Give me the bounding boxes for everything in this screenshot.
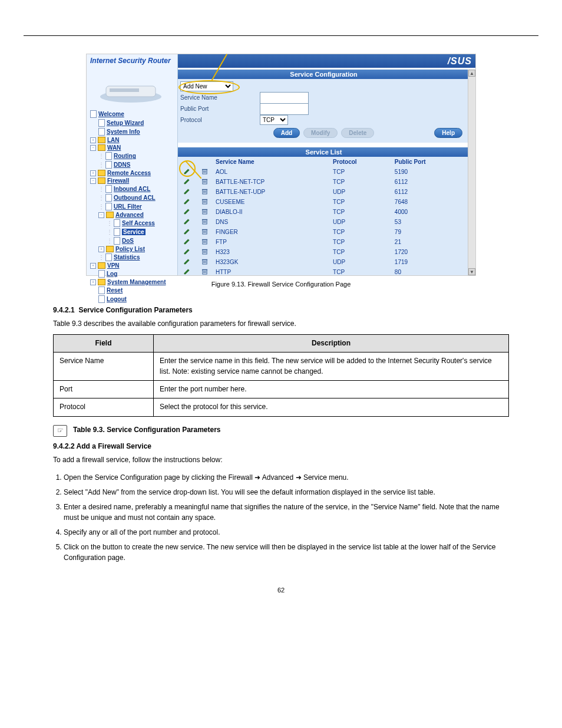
delete-icon[interactable] <box>201 258 208 265</box>
protocol-select[interactable]: TCP <box>260 115 288 125</box>
tree-statistics[interactable]: Statistics <box>114 254 140 261</box>
service-list-header: Service List <box>178 147 470 157</box>
table-row: FTPTCP21 <box>178 237 470 247</box>
tree-system-info[interactable]: System Info <box>107 129 140 135</box>
expand-icon[interactable]: + <box>98 246 104 252</box>
tree-log[interactable]: Log <box>107 271 117 277</box>
list-item: Open the Service Configuration page by c… <box>64 473 509 483</box>
collapse-icon[interactable]: − <box>98 212 104 218</box>
table-row: DNSUDP53 <box>178 217 470 227</box>
collapse-icon[interactable]: − <box>90 178 96 184</box>
tree-welcome[interactable]: Welcome <box>98 111 124 117</box>
collapse-icon[interactable]: − <box>90 145 96 151</box>
delete-icon[interactable] <box>201 168 208 174</box>
cell-service-name: HTTP <box>213 267 330 275</box>
svg-rect-12 <box>201 179 207 180</box>
table-caption: Table 9.3. Service Configuration Paramet… <box>73 425 221 435</box>
sidebar-title: Internet Security Router <box>87 54 177 66</box>
cell-service-name: DIABLO-II <box>213 207 330 217</box>
expand-icon[interactable]: + <box>90 263 96 269</box>
delete-icon[interactable] <box>201 218 208 225</box>
tree-self-access[interactable]: Self Access <box>122 220 155 226</box>
cell-public-port: 1719 <box>392 257 470 267</box>
tree-reset[interactable]: Reset <box>107 287 123 294</box>
nav-tree: Welcome Setup Wizard System Info +LAN −W… <box>87 108 177 304</box>
config-header: Service Configuration <box>178 70 470 79</box>
edit-icon[interactable] <box>184 248 190 255</box>
table-row: HTTPTCP80 <box>178 267 470 275</box>
cell-desc: Enter the service name in this field. Th… <box>154 353 509 381</box>
tree-firewall[interactable]: Firewall <box>107 177 129 184</box>
svg-rect-57 <box>201 269 207 270</box>
scroll-down-icon[interactable]: ▼ <box>468 268 475 275</box>
tree-routing[interactable]: Routing <box>114 153 136 159</box>
tree-service[interactable]: Service <box>122 229 146 235</box>
public-port-input[interactable] <box>260 103 309 115</box>
tree-sys-mgmt[interactable]: System Management <box>107 279 166 285</box>
tree-outbound-acl[interactable]: Outbound ACL <box>114 195 156 201</box>
delete-icon[interactable] <box>201 198 208 205</box>
expand-icon[interactable]: + <box>90 137 96 143</box>
service-name-input[interactable] <box>260 92 309 104</box>
cell-public-port: 7648 <box>392 197 470 207</box>
svg-rect-2 <box>110 88 139 92</box>
delete-icon[interactable] <box>201 248 208 255</box>
col-public-port: Public Port <box>392 157 470 167</box>
delete-icon[interactable] <box>201 208 208 215</box>
cell-protocol: TCP <box>330 267 392 275</box>
delete-icon[interactable] <box>201 228 208 235</box>
delete-icon[interactable] <box>201 238 208 245</box>
tree-ddns[interactable]: DDNS <box>114 162 130 168</box>
cell-field: Port <box>54 380 154 398</box>
public-port-label: Public Port <box>180 106 260 112</box>
add-button[interactable]: Add <box>273 128 300 138</box>
svg-rect-27 <box>201 209 207 210</box>
edit-icon[interactable] <box>184 188 190 195</box>
cell-public-port: 6112 <box>392 187 470 197</box>
tree-logout[interactable]: Logout <box>107 296 127 302</box>
svg-rect-42 <box>201 239 207 240</box>
list-item: Click on the button to create the new se… <box>64 542 509 563</box>
edit-icon[interactable] <box>184 228 190 235</box>
cell-service-name: AOL <box>213 167 330 177</box>
delete-icon[interactable] <box>201 268 208 275</box>
figure-caption: Figure 9.13. Firewall Service Configurat… <box>0 281 562 288</box>
cell-protocol: TCP <box>330 247 392 257</box>
router-admin-screenshot: /SUS Internet Security Router Welcome Se… <box>86 54 476 276</box>
cell-protocol: TCP <box>330 207 392 217</box>
cell-service-name: BATTLE-NET-UDP <box>213 187 330 197</box>
tree-vpn[interactable]: VPN <box>107 262 120 269</box>
list-item: Specify any or all of the port number an… <box>64 528 509 538</box>
def-th-field: Field <box>54 334 154 352</box>
edit-icon[interactable] <box>184 178 190 185</box>
edit-icon[interactable] <box>184 238 190 245</box>
tree-url-filter[interactable]: URL Filter <box>114 203 142 210</box>
cell-service-name: FTP <box>213 237 330 247</box>
table-row: H323TCP1720 <box>178 247 470 257</box>
scroll-up-icon[interactable]: ▲ <box>468 70 475 77</box>
delete-button: Delete <box>341 128 374 138</box>
edit-icon[interactable] <box>184 208 190 215</box>
scrollbar[interactable]: ▲ ▼ <box>468 70 475 275</box>
tree-lan[interactable]: LAN <box>107 137 120 143</box>
help-button[interactable]: Help <box>434 128 462 138</box>
cell-public-port: 4000 <box>392 207 470 217</box>
tree-dos[interactable]: DoS <box>122 238 134 244</box>
delete-icon[interactable] <box>201 178 208 185</box>
tree-wan[interactable]: WAN <box>107 144 121 151</box>
delete-icon[interactable] <box>201 188 208 195</box>
expand-icon[interactable]: + <box>90 170 96 176</box>
expand-icon[interactable]: + <box>90 279 96 285</box>
edit-icon[interactable] <box>184 218 190 225</box>
tree-remote-access[interactable]: Remote Access <box>107 170 151 176</box>
tree-policy-list[interactable]: Policy List <box>115 246 145 252</box>
edit-icon[interactable] <box>184 198 190 205</box>
cell-service-name: BATTLE-NET-TCP <box>213 177 330 187</box>
cell-public-port: 5190 <box>392 167 470 177</box>
edit-icon[interactable] <box>184 258 190 265</box>
tree-advanced[interactable]: Advanced <box>115 212 144 218</box>
svg-rect-52 <box>201 259 207 260</box>
tree-setup-wizard[interactable]: Setup Wizard <box>107 120 144 126</box>
tree-inbound-acl[interactable]: Inbound ACL <box>114 186 150 192</box>
edit-icon[interactable] <box>184 268 190 275</box>
